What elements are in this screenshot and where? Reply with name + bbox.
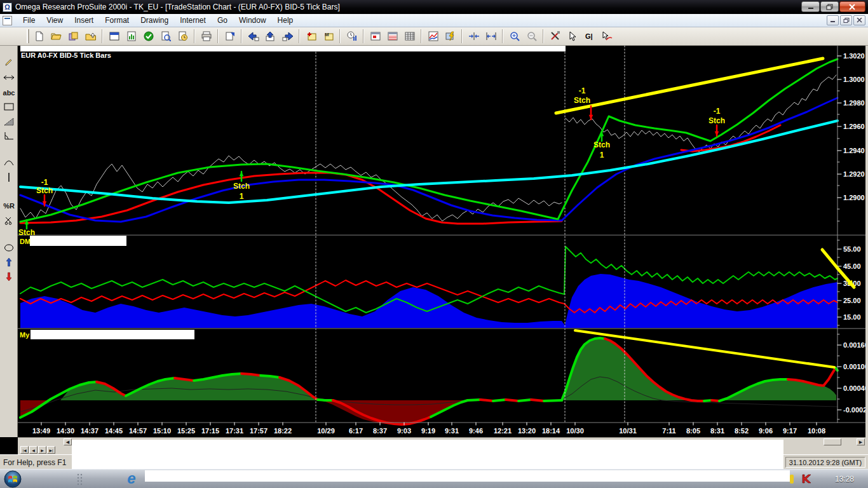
pencil-tool[interactable] bbox=[2, 56, 16, 69]
shaded-triangle-tool[interactable] bbox=[2, 115, 16, 128]
time-label: 15:25 bbox=[177, 427, 195, 435]
menu-file[interactable]: File bbox=[17, 15, 41, 26]
taskbar-grip[interactable] bbox=[76, 473, 84, 488]
open-folder-button[interactable] bbox=[48, 29, 64, 44]
oscillator-main-line bbox=[318, 400, 333, 400]
time-label: 17:15 bbox=[201, 427, 219, 435]
menu-window[interactable]: Window bbox=[233, 15, 272, 26]
zoom-out-button[interactable] bbox=[524, 29, 539, 44]
text-tool[interactable]: abc bbox=[2, 86, 16, 99]
scroll-right-button[interactable]: ▶ bbox=[857, 438, 865, 445]
first-tab-button[interactable]: |◀ bbox=[20, 446, 29, 454]
page-setup-button[interactable] bbox=[222, 29, 238, 44]
axis-label: 45.00 bbox=[843, 262, 861, 270]
menu-internet[interactable]: Internet bbox=[174, 15, 212, 26]
chart-background bbox=[18, 46, 868, 437]
arc-tool[interactable] bbox=[2, 156, 16, 169]
menu-insert[interactable]: Insert bbox=[69, 15, 99, 26]
print-button[interactable] bbox=[198, 29, 214, 44]
data-grid-button[interactable] bbox=[402, 29, 417, 44]
previous-tab-button[interactable]: ◀ bbox=[29, 446, 37, 454]
time-label: 18:22 bbox=[274, 427, 292, 435]
menu-drawing[interactable]: Drawing bbox=[135, 15, 174, 26]
insert-plus-button[interactable] bbox=[303, 29, 319, 44]
next-tab-button[interactable]: ▶ bbox=[38, 446, 46, 454]
restore-button[interactable] bbox=[820, 1, 839, 12]
pointer-button[interactable] bbox=[564, 29, 580, 44]
drawing-toolbar: abc%R bbox=[0, 46, 18, 437]
chart-analysis-button[interactable] bbox=[425, 29, 441, 44]
percent-r-tool[interactable]: %R bbox=[2, 200, 16, 212]
time-label: 10/31 bbox=[619, 427, 637, 435]
time-label: 9:06 bbox=[759, 427, 773, 435]
nav-forward-button[interactable] bbox=[280, 29, 295, 44]
toolbar-grip[interactable] bbox=[27, 29, 29, 43]
start-button[interactable] bbox=[4, 470, 22, 488]
ellipse-tool[interactable] bbox=[2, 241, 16, 254]
compress-bars-button[interactable] bbox=[466, 29, 482, 44]
oscillator-main-line bbox=[531, 400, 544, 401]
menu-view[interactable]: View bbox=[41, 15, 69, 26]
chart-window-button[interactable] bbox=[123, 29, 139, 44]
svg-text:G|: G| bbox=[585, 32, 593, 40]
scroll-thumb[interactable] bbox=[824, 438, 841, 445]
close-button[interactable] bbox=[839, 1, 865, 12]
toolbar-separator bbox=[299, 29, 300, 43]
rectangle-tool[interactable] bbox=[2, 100, 16, 113]
member-window-button[interactable]: M bbox=[320, 29, 336, 44]
stochastic-signal-label: Stch bbox=[36, 186, 53, 195]
status-help-text: For Help, press F1 bbox=[3, 458, 66, 467]
internet-explorer-icon[interactable]: e bbox=[123, 471, 140, 487]
doc-search-button[interactable] bbox=[158, 29, 173, 44]
child-minimize-button[interactable] bbox=[827, 15, 839, 25]
time-label: 9:03 bbox=[397, 427, 411, 435]
oscillator-panel-label: My bbox=[20, 331, 30, 339]
scissors-tool[interactable] bbox=[2, 214, 16, 227]
nav-up-button[interactable] bbox=[262, 29, 278, 44]
taskbar-clock[interactable]: 13:28 bbox=[835, 475, 854, 484]
toolbar-separator bbox=[461, 29, 463, 43]
window-alert-button[interactable] bbox=[367, 29, 383, 44]
toolbox-button[interactable] bbox=[547, 29, 563, 44]
nav-back-button[interactable] bbox=[245, 29, 261, 44]
angle-tool[interactable] bbox=[2, 129, 16, 142]
menu-go[interactable]: Go bbox=[212, 15, 233, 26]
time-label: 9:17 bbox=[783, 427, 797, 435]
new-window-button[interactable] bbox=[106, 29, 122, 44]
yellow-tray-icon[interactable] bbox=[790, 475, 794, 484]
new-document-button[interactable] bbox=[31, 29, 47, 44]
axis-label: 0.00040 bbox=[843, 384, 868, 392]
kaspersky-tray-icon[interactable] bbox=[801, 473, 812, 484]
save-workspace-button[interactable] bbox=[65, 29, 81, 44]
expand-bars-button[interactable] bbox=[483, 29, 499, 44]
folder-up-button[interactable] bbox=[83, 29, 98, 44]
time-label: 15:10 bbox=[153, 427, 171, 435]
doc-clock-button[interactable] bbox=[175, 29, 191, 44]
scroll-left-button[interactable]: ◀ bbox=[64, 438, 72, 445]
clock-bars-button[interactable] bbox=[344, 29, 360, 44]
quick-format-button[interactable] bbox=[442, 29, 458, 44]
axis-label: 1.2980 bbox=[843, 99, 865, 107]
quote-board-button[interactable] bbox=[140, 29, 156, 44]
chart-document-icon[interactable] bbox=[3, 16, 12, 25]
menu-format[interactable]: Format bbox=[99, 15, 135, 26]
global-cursor-button[interactable]: G| bbox=[581, 29, 597, 44]
last-tab-button[interactable]: ▶| bbox=[47, 446, 55, 454]
time-label: 13:20 bbox=[518, 427, 536, 435]
study-pointer-button[interactable] bbox=[599, 29, 614, 44]
chart-canvas[interactable]: 1.30201.30001.29801.29601.29401.29201.29… bbox=[18, 46, 868, 437]
horizontal-arrow-tool[interactable] bbox=[2, 71, 16, 84]
down-arrow-tool[interactable] bbox=[2, 270, 16, 283]
time-label: 9:46 bbox=[469, 427, 483, 435]
child-restore-button[interactable] bbox=[840, 15, 852, 25]
up-arrow-tool[interactable] bbox=[2, 255, 16, 268]
minimize-button[interactable] bbox=[801, 1, 820, 12]
zoom-in-button[interactable] bbox=[506, 29, 522, 44]
child-close-button[interactable] bbox=[853, 15, 865, 25]
data-rows-button[interactable] bbox=[384, 29, 400, 44]
time-label: 9:31 bbox=[445, 427, 459, 435]
vertical-line-tool[interactable] bbox=[2, 171, 16, 184]
time-label: 14:37 bbox=[81, 427, 98, 435]
menu-help[interactable]: Help bbox=[272, 15, 299, 26]
time-label: 7:11 bbox=[662, 427, 675, 435]
